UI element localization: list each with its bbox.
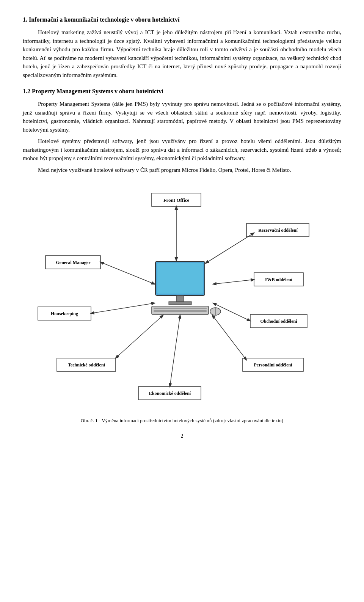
fb-label: F&B oddělení xyxy=(265,277,292,282)
heading-1: 1. Informační a komunikační technologie … xyxy=(23,15,341,24)
svg-rect-2 xyxy=(157,263,203,294)
paragraph-1: Hotelový marketing zažívá neustálý vývoj… xyxy=(23,28,341,79)
svg-line-19 xyxy=(100,262,155,284)
svg-rect-3 xyxy=(176,295,184,302)
ekonomicke-label: Ekonomické oddělení xyxy=(149,391,191,396)
paragraph-pms-1: Property Management Systems (dále jen PM… xyxy=(23,100,341,134)
svg-rect-6 xyxy=(154,308,207,309)
svg-line-26 xyxy=(206,233,254,263)
obchodni-label: Obchodní oddělení xyxy=(260,319,297,324)
front-office-label: Front Office xyxy=(163,197,190,203)
diagram-caption: Obr. č. 1 - Výměna informací prostřednic… xyxy=(23,417,341,424)
paragraph-pms-3: Mezi nejvíce využívané hotelové softwary… xyxy=(23,166,341,174)
rezervacni-label: Rezervační oddělení xyxy=(258,228,298,233)
personalni-label: Personální oddělení xyxy=(254,362,292,368)
general-manager-label: General Manager xyxy=(56,260,91,265)
svg-rect-7 xyxy=(154,310,207,312)
svg-rect-4 xyxy=(169,302,191,305)
housekeeping-label: Housekeeping xyxy=(51,311,78,316)
heading-2: 1.2 Property Management Systems v oboru … xyxy=(23,87,341,96)
svg-line-23 xyxy=(212,315,246,360)
paragraph-pms-2: Hotelové systémy představují softwary, j… xyxy=(23,137,341,163)
svg-line-21 xyxy=(116,315,163,358)
technicke-label: Technické oddělení xyxy=(68,362,105,368)
svg-line-22 xyxy=(170,315,180,387)
page-number: 2 xyxy=(23,432,341,440)
svg-line-20 xyxy=(91,303,155,313)
diagram-container: Front Office General Manager Housekeepin… xyxy=(23,185,341,406)
svg-line-25 xyxy=(213,280,254,284)
